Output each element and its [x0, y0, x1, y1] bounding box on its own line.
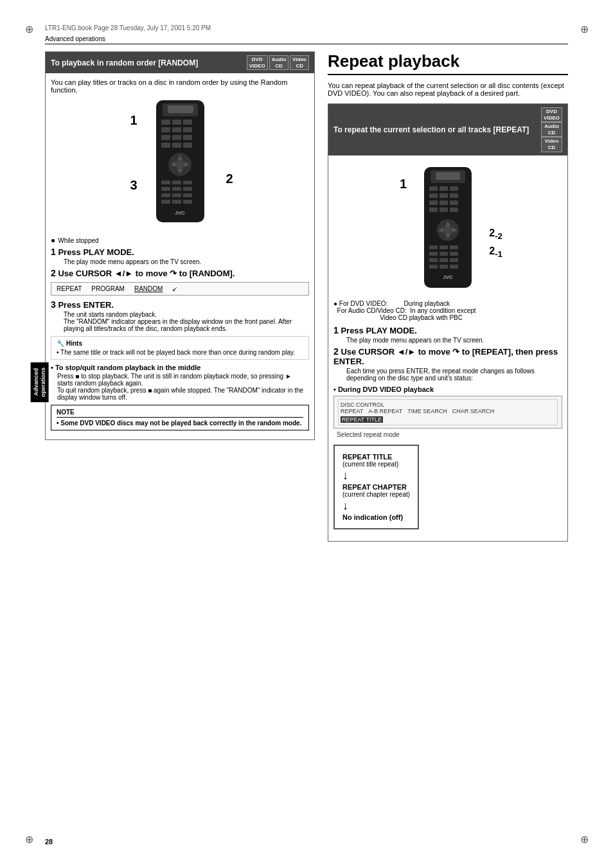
- side-tab: Advancedoperations: [31, 362, 49, 402]
- reg-mark-br: ⊕: [578, 833, 591, 846]
- stop-hint-text: Press ■ to stop playback. The unit is st…: [57, 373, 309, 401]
- reg-mark-bl: ⊕: [22, 833, 35, 846]
- step-label-2-left: 2: [226, 172, 233, 186]
- page-header: Advanced operations: [45, 35, 568, 44]
- svg-rect-14: [183, 143, 192, 148]
- repeat-badge-video: VideoCD: [541, 137, 562, 152]
- svg-rect-22: [172, 181, 181, 184]
- svg-rect-42: [450, 193, 458, 198]
- dvd-section-title: • During DVD VIDEO playback: [333, 385, 562, 393]
- reg-mark-tl: ⊕: [22, 22, 35, 35]
- svg-rect-10: [172, 135, 181, 140]
- main-content: Advancedoperations To playback in random…: [45, 51, 568, 829]
- svg-rect-48: [450, 208, 458, 212]
- svg-rect-55: [429, 245, 438, 249]
- svg-text:JVC: JVC: [175, 210, 185, 216]
- left-step-2: 2 Use CURSOR ◄/► to move ↷ to [RANDOM].: [51, 268, 309, 278]
- right-intro: You can repeat playback of the current s…: [328, 82, 568, 97]
- left-column: Advancedoperations To playback in random…: [45, 51, 315, 829]
- header-text: Advanced operations: [45, 35, 105, 42]
- repeat-section-body: 1: [328, 155, 567, 541]
- right-step-1: 1 Press PLAY MODE.: [333, 325, 562, 335]
- random-section-title: To playback in random order [RANDOM]: [51, 58, 198, 67]
- badge-dvd: DVDVIDEO: [247, 55, 268, 70]
- screen-row-2: REPEAT A-B REPEAT TIME SEARCH CHAR SEARC…: [341, 408, 555, 414]
- svg-rect-8: [183, 127, 192, 132]
- repeat-section-header: To repeat the current selection or all t…: [328, 104, 567, 155]
- repeat-badge-audio: AudioCD: [541, 122, 562, 137]
- random-badges: DVDVIDEO AudioCD VideoCD: [247, 55, 309, 70]
- svg-rect-12: [161, 143, 170, 148]
- svg-rect-28: [172, 193, 181, 197]
- svg-rect-45: [450, 200, 458, 205]
- random-section-box: To playback in random order [RANDOM] DVD…: [45, 51, 315, 440]
- svg-rect-3: [161, 120, 170, 125]
- svg-rect-60: [450, 252, 458, 256]
- svg-rect-7: [172, 127, 181, 132]
- left-menu-display: REPEAT PROGRAM RANDOM ↙: [51, 282, 309, 296]
- badge-audio: AudioCD: [269, 55, 289, 70]
- selected-repeat-label: Selected repeat mode: [337, 431, 562, 438]
- right-step-label-2-1: 2-1: [489, 245, 502, 259]
- svg-rect-30: [161, 200, 170, 204]
- svg-rect-23: [183, 181, 192, 184]
- page-number: 28: [45, 838, 53, 846]
- svg-rect-31: [172, 200, 181, 204]
- svg-rect-4: [172, 120, 181, 125]
- svg-point-16: [175, 160, 184, 169]
- repeat-section-title: To repeat the current selection or all t…: [333, 125, 529, 134]
- svg-rect-32: [183, 200, 192, 204]
- while-stopped: ● While stopped: [51, 236, 309, 244]
- dvd-video-section: • During DVD VIDEO playback DISC CONTROL…: [333, 385, 562, 529]
- svg-rect-5: [183, 120, 192, 125]
- svg-rect-44: [440, 200, 448, 205]
- random-intro: You can play titles or tracks on a disc …: [51, 78, 309, 94]
- hints-title: 🔧 Hints: [57, 340, 303, 347]
- remote-container-left: 1 3: [51, 100, 309, 230]
- note-item-1: • Some DVD VIDEO discs may not be played…: [57, 420, 303, 427]
- flow-diagram: REPEAT TITLE (current title repeat) ↓ RE…: [333, 445, 419, 529]
- hint-item-1: • The same title or track will not be pl…: [57, 349, 303, 356]
- note-box: NOTE • Some DVD VIDEO discs may not be p…: [51, 405, 309, 430]
- svg-rect-24: [161, 187, 170, 191]
- note-title: NOTE: [57, 409, 303, 418]
- svg-rect-21: [161, 181, 170, 184]
- svg-rect-66: [450, 265, 458, 269]
- svg-rect-26: [183, 187, 192, 191]
- remote-image-right: JVC: [419, 167, 477, 292]
- reg-mark-tr: ⊕: [578, 22, 591, 35]
- svg-rect-13: [172, 143, 181, 148]
- svg-rect-43: [429, 200, 438, 205]
- svg-rect-63: [450, 258, 458, 262]
- flow-diagram-wrapper: REPEAT TITLE (current title repeat) ↓ RE…: [333, 445, 562, 529]
- svg-rect-65: [440, 265, 448, 269]
- svg-rect-41: [440, 193, 448, 198]
- right-step-2: 2 Use CURSOR ◄/► to move ↷ to [REPEAT], …: [333, 346, 562, 366]
- svg-rect-9: [161, 135, 170, 140]
- repeat-section-box: To repeat the current selection or all t…: [328, 103, 568, 542]
- flow-item-2: REPEAT CHAPTER (current chapter repeat): [342, 481, 410, 500]
- screen-inner: DISC CONTROL REPEAT A-B REPEAT TIME SEAR…: [338, 399, 558, 425]
- svg-rect-29: [183, 193, 192, 197]
- repeat-badges: DVDVIDEO AudioCD VideoCD: [541, 107, 562, 152]
- remote-container-right: 1: [333, 167, 562, 294]
- remote-image-left: JVC: [150, 100, 211, 229]
- left-step-1-detail: The play mode menu appears on the TV scr…: [64, 258, 309, 265]
- svg-rect-6: [161, 127, 170, 132]
- right-step-1-detail: The play mode menu appears on the TV scr…: [346, 337, 562, 344]
- flow-arrow-2: ↓: [342, 500, 348, 511]
- step-label-1: 1: [130, 113, 138, 128]
- svg-rect-59: [440, 252, 448, 256]
- svg-rect-2: [168, 105, 193, 113]
- svg-rect-56: [440, 245, 448, 249]
- svg-rect-38: [440, 186, 448, 191]
- right-step-label-2-2: 2-2: [489, 227, 502, 241]
- badge-video: VideoCD: [290, 55, 309, 70]
- flow-arrow-1: ↓: [342, 470, 348, 481]
- flow-item-3: No indication (off): [342, 511, 403, 523]
- screen-row-1: DISC CONTROL: [341, 402, 555, 408]
- left-step-1: 1 Press PLAY MODE.: [51, 247, 309, 257]
- svg-rect-62: [440, 258, 448, 262]
- svg-rect-58: [429, 252, 438, 256]
- left-step-3: 3 Press ENTER.: [51, 299, 309, 310]
